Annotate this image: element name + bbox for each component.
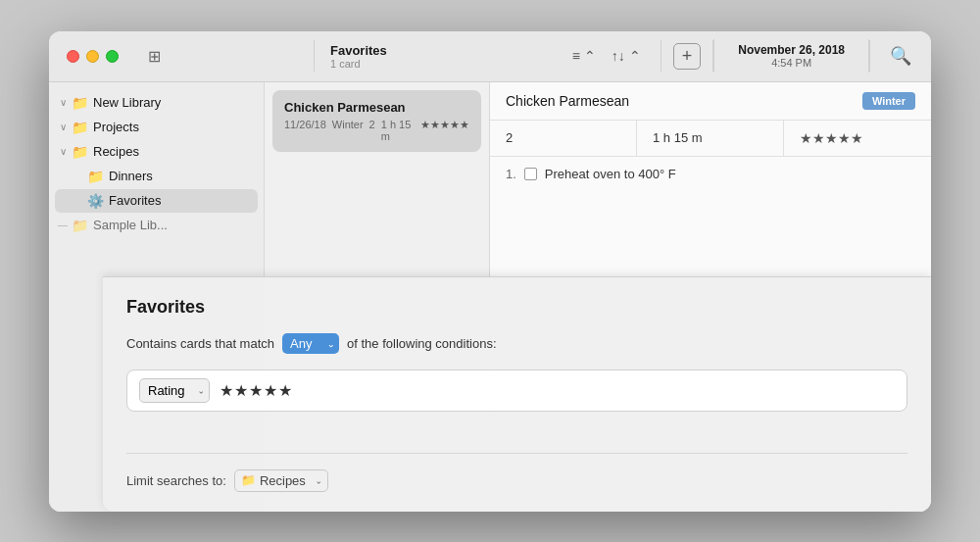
- dinners-label: Dinners: [109, 169, 250, 183]
- footer-select-wrapper[interactable]: 📁 Recipes: [234, 469, 328, 492]
- any-select[interactable]: Any All None: [282, 333, 339, 354]
- conditions-suffix: of the following conditions:: [347, 336, 496, 351]
- chevron-sample: —: [55, 220, 71, 230]
- current-time: 4:54 PM: [771, 57, 811, 69]
- titlebar-controls: ≡ ⌃ ↑↓ ⌃: [568, 44, 645, 68]
- condition-field-wrapper[interactable]: Rating Title Date: [139, 378, 210, 403]
- add-button-section: +: [662, 43, 713, 70]
- projects-label: Projects: [93, 120, 250, 134]
- popup-title: Favorites: [126, 297, 907, 318]
- conditions-prefix: Contains cards that match: [126, 336, 274, 351]
- chevron-recipes: ∨: [55, 146, 71, 157]
- favorites-label: Favorites: [109, 193, 250, 208]
- card-stars: ★★★★★: [420, 119, 469, 142]
- sample-lib-label: Sample Lib...: [93, 218, 250, 232]
- minimize-button[interactable]: [86, 50, 99, 63]
- chevron-new-library: ∨: [55, 97, 71, 108]
- sample-lib-icon: 📁: [71, 217, 88, 234]
- current-date: November 26, 2018: [738, 43, 845, 57]
- chevron-projects: ∨: [55, 122, 71, 132]
- titlebar-left: ⊞: [49, 43, 314, 70]
- condition-stars: ★★★★★: [220, 381, 293, 400]
- detail-instruction: 1. Preheat oven to 400° F: [490, 157, 931, 191]
- footer-label: Limit searches to:: [126, 473, 226, 488]
- sidebar-item-dinners[interactable]: 📁 Dinners: [55, 165, 258, 188]
- sort-button[interactable]: ↑↓ ⌃: [608, 44, 645, 68]
- condition-value: ★★★★★: [220, 381, 293, 400]
- add-card-button[interactable]: +: [673, 43, 702, 70]
- titlebar: ⊞ Favorites 1 card ≡ ⌃ ↑↓ ⌃ + November 2…: [49, 31, 931, 82]
- sidebar-item-favorites[interactable]: ⚙️ Favorites: [55, 189, 258, 213]
- projects-icon: 📁: [71, 119, 88, 136]
- detail-header: Chicken Parmesean Winter: [490, 82, 931, 121]
- popup-footer: Limit searches to: 📁 Recipes: [126, 453, 907, 492]
- footer-value: Recipes: [260, 473, 306, 488]
- recipes-icon: 📁: [71, 143, 88, 161]
- conditions-row: Contains cards that match Any All None o…: [126, 333, 907, 354]
- condition-block: Rating Title Date ★★★★★: [126, 370, 907, 412]
- card-servings: 2: [369, 119, 375, 142]
- traffic-lights: [53, 50, 132, 63]
- close-button[interactable]: [67, 50, 79, 63]
- footer-folder-icon: 📁: [241, 473, 256, 487]
- instruction-text: Preheat oven to 400° F: [545, 167, 676, 181]
- detail-servings: 2: [490, 121, 637, 156]
- date-section: November 26, 2018 4:54 PM: [713, 39, 869, 73]
- maximize-button[interactable]: [106, 50, 119, 63]
- search-section: 🔍: [870, 41, 931, 71]
- dinners-icon: 📁: [86, 168, 104, 185]
- instruction-number: 1.: [506, 167, 516, 181]
- detail-grid: 2 1 h 15 m ★★★★★: [490, 121, 931, 157]
- favorites-icon: ⚙️: [86, 192, 104, 210]
- smart-folder-popup: Favorites Contains cards that match Any …: [103, 276, 931, 512]
- recipes-label: Recipes: [93, 144, 250, 159]
- detail-time: 1 h 15 m: [637, 121, 784, 156]
- collection-name: Favorites: [330, 43, 387, 58]
- detail-title: Chicken Parmesean: [506, 93, 851, 109]
- card-meta: 11/26/18 Winter 2 1 h 15 m ★★★★★: [284, 119, 469, 142]
- titlebar-main: Favorites 1 card ≡ ⌃ ↑↓ ⌃: [315, 43, 661, 70]
- card-title: Chicken Parmesean: [284, 100, 469, 115]
- sidebar-item-projects[interactable]: ∨ 📁 Projects: [55, 116, 258, 139]
- sidebar-item-recipes[interactable]: ∨ 📁 Recipes: [55, 140, 258, 164]
- list-view-button[interactable]: ≡ ⌃: [568, 44, 600, 68]
- new-library-label: New Library: [93, 95, 250, 110]
- instruction-checkbox[interactable]: [524, 168, 537, 180]
- search-button[interactable]: 🔍: [886, 41, 915, 71]
- detail-stars: ★★★★★: [784, 121, 931, 156]
- card-item-chicken-parmesean[interactable]: Chicken Parmesean 11/26/18 Winter 2 1 h …: [272, 90, 481, 152]
- sidebar-item-new-library[interactable]: ∨ 📁 New Library: [55, 91, 258, 115]
- detail-badge: Winter: [862, 92, 915, 110]
- any-select-wrapper[interactable]: Any All None: [282, 333, 339, 354]
- sidebar-toggle-button[interactable]: ⊞: [140, 43, 169, 70]
- card-date: 11/26/18: [284, 119, 326, 142]
- card-tag: Winter: [332, 119, 364, 142]
- card-time: 1 h 15 m: [381, 119, 415, 142]
- main-window: ⊞ Favorites 1 card ≡ ⌃ ↑↓ ⌃ + November 2…: [49, 31, 931, 512]
- card-count: 1 card: [330, 58, 387, 70]
- sidebar-item-sample-lib[interactable]: — 📁 Sample Lib...: [55, 214, 258, 237]
- condition-field-select[interactable]: Rating Title Date: [139, 378, 210, 403]
- new-library-icon: 📁: [71, 94, 88, 112]
